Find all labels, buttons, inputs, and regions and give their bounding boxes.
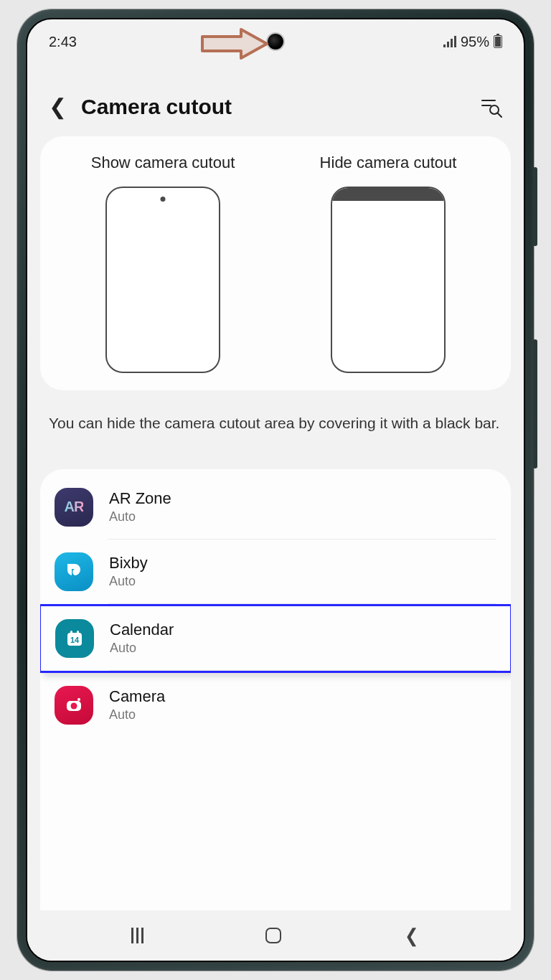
svg-point-10 [77, 698, 80, 701]
svg-point-9 [71, 702, 77, 709]
app-name: Camera [109, 687, 496, 706]
battery-icon [494, 35, 502, 48]
option-label: Show camera cutout [91, 154, 235, 172]
app-item-ar-zone[interactable]: AR AR Zone Auto [40, 475, 511, 540]
app-sub: Auto [109, 707, 496, 722]
app-item-camera[interactable]: Camera Auto [40, 673, 511, 738]
svg-point-2 [490, 105, 499, 114]
phone-frame: 2:43 95% ❮ Camera cutout [17, 9, 534, 971]
app-name: Bixby [109, 554, 496, 573]
option-hide-cutout[interactable]: Hide camera cutout [283, 154, 494, 373]
screen: 2:43 95% ❮ Camera cutout [26, 18, 525, 962]
description-text: You can hide the camera cutout area by c… [27, 390, 524, 469]
svg-rect-6 [77, 631, 79, 635]
option-label: Hide camera cutout [320, 154, 457, 172]
status-battery: 95% [461, 34, 489, 50]
recents-button[interactable] [131, 928, 143, 943]
ar-zone-icon: AR [55, 488, 93, 527]
app-name: Calendar [110, 621, 496, 639]
page-title: Camera cutout [81, 95, 466, 119]
preview-hide-icon [331, 187, 446, 373]
calendar-icon: 14 [55, 619, 94, 658]
bixby-icon [55, 552, 93, 591]
camera-icon [55, 686, 93, 725]
svg-text:14: 14 [70, 636, 80, 644]
option-show-cutout[interactable]: Show camera cutout [57, 154, 268, 373]
back-button[interactable]: ❮ [405, 925, 419, 947]
app-sub: Auto [109, 509, 496, 524]
preview-show-icon [105, 187, 220, 373]
app-sub: Auto [109, 574, 496, 589]
signal-icon [443, 36, 456, 47]
side-button [533, 339, 537, 468]
app-name: AR Zone [109, 489, 496, 508]
nav-bar: ❮ [27, 910, 524, 961]
cutout-options-card: Show camera cutout Hide camera cutout [40, 136, 511, 390]
search-list-icon[interactable] [481, 96, 502, 118]
annotation-arrow-icon [199, 28, 271, 62]
page-header: ❮ Camera cutout [27, 58, 524, 136]
svg-line-3 [498, 113, 501, 117]
side-button [533, 167, 537, 246]
app-item-calendar[interactable]: 14 Calendar Auto [40, 604, 511, 673]
app-list: AR AR Zone Auto Bixby Auto [40, 469, 511, 911]
home-button[interactable] [265, 928, 281, 943]
status-time: 2:43 [49, 34, 77, 50]
app-item-bixby[interactable]: Bixby Auto [40, 540, 511, 604]
back-icon[interactable]: ❮ [49, 94, 67, 119]
svg-rect-5 [70, 631, 72, 635]
app-sub: Auto [110, 641, 496, 656]
